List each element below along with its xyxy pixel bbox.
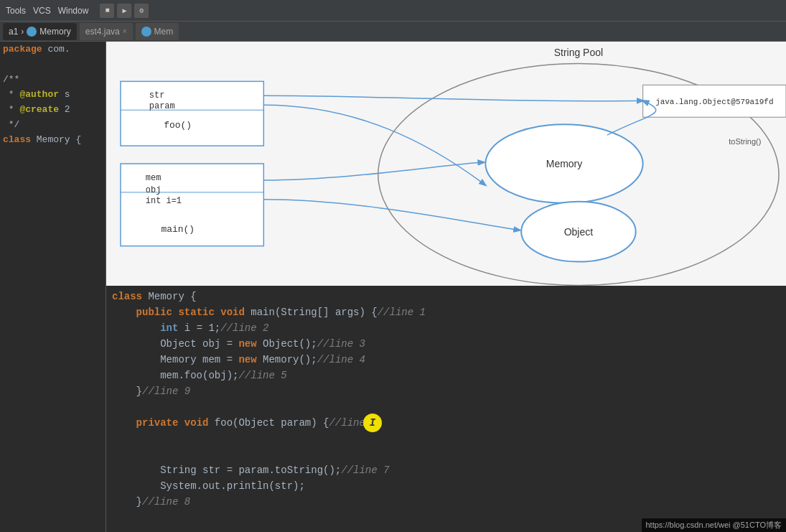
code-int-decl: int i = 1;//line 2	[106, 320, 786, 336]
code-obj-decl: Object obj = new Object();//line 3	[106, 336, 786, 352]
memory-ellipse-label: Memory	[546, 158, 582, 169]
mem-var-label: mem	[146, 173, 162, 183]
top-bar: Tools VCS Window ■ ▶ ⚙	[0, 0, 786, 22]
menu-bar: Tools VCS Window	[6, 6, 88, 16]
obj-var-label: obj	[146, 185, 162, 195]
menu-window[interactable]: Window	[58, 6, 89, 16]
left-code-pkg: package com.	[0, 42, 106, 57]
breadcrumb-tab[interactable]: a1 › Memory	[3, 23, 77, 40]
right-panel: String Pool java.lang.Object@579a19fd Me…	[106, 42, 786, 532]
memory-diagram: String Pool java.lang.Object@579a19fd Me…	[106, 42, 786, 286]
param-var-label: param	[149, 101, 175, 111]
menu-tools[interactable]: Tools	[6, 6, 26, 16]
mem-tab-label: Mem	[154, 27, 174, 37]
breadcrumb-label: a1	[9, 27, 18, 37]
tab-bar: a1 › Memory est4.java × Mem	[0, 22, 786, 42]
code-class-decl: class Memory {	[106, 289, 786, 304]
file-tab-close-icon[interactable]: ×	[123, 27, 127, 35]
tab-mem[interactable]: Mem	[136, 23, 179, 40]
code-main-sig: public static void main(String[] args) {…	[106, 304, 786, 320]
code-area: class Memory { public static void main(S…	[106, 286, 786, 532]
menu-vcs[interactable]: VCS	[33, 6, 51, 16]
url-bar: https://blog.csdn.net/wei @51CTO博客	[642, 518, 787, 532]
code-println: System.out.println(str);	[106, 478, 786, 494]
mem-tab-icon	[141, 27, 151, 37]
string-pool-value: java.lang.Object@579a19fd	[655, 98, 773, 106]
object-ellipse-label: Object	[564, 226, 593, 238]
diagram-area: String Pool java.lang.Object@579a19fd Me…	[106, 42, 786, 286]
tab-file[interactable]: est4.java ×	[80, 23, 133, 40]
code-str-decl: String str = param.toString();//line 7	[106, 462, 786, 478]
left-code-panel: package com. /** * @author s * @create 2…	[0, 42, 106, 532]
main-label: main()	[161, 224, 195, 235]
code-main-close: }//line 9	[106, 383, 786, 399]
left-code-javadoc-end: */	[0, 117, 106, 132]
run-icon[interactable]: ▶	[117, 4, 131, 18]
tostring-label: toString()	[729, 137, 761, 146]
left-code-author: * @author s	[0, 87, 106, 102]
toolbar-icons: ■ ▶ ⚙	[100, 4, 149, 18]
left-code-create: * @create 2	[0, 102, 106, 117]
left-code-blank	[0, 57, 106, 72]
code-mem-decl: Memory mem = new Memory();//line 4	[106, 352, 786, 368]
stop-icon[interactable]: ■	[100, 4, 114, 18]
main-content: package com. /** * @author s * @create 2…	[0, 42, 786, 532]
code-foo-close: }//line 8	[106, 494, 786, 510]
breadcrumb-memory-label: Memory	[39, 27, 70, 37]
stack-frame-foo	[121, 81, 263, 146]
code-blank	[106, 399, 786, 415]
memory-tab-icon	[27, 27, 37, 37]
string-pool-label: String Pool	[554, 47, 603, 58]
code-foo-call: mem.foo(obj);//line 5	[106, 368, 786, 383]
int-var-label: int i=1	[146, 196, 182, 206]
left-code-javadoc-start: /**	[0, 72, 106, 87]
build-icon[interactable]: ⚙	[134, 4, 149, 18]
left-code-class-decl: class Memory {	[0, 132, 106, 147]
str-var-label: str	[149, 90, 165, 101]
foo-label: foo()	[164, 120, 192, 131]
code-foo-sig: private void foo(Object param) {//line 6…	[106, 415, 786, 462]
file-tab-label: est4.java	[85, 27, 120, 37]
breadcrumb-separator: ›	[21, 27, 24, 37]
